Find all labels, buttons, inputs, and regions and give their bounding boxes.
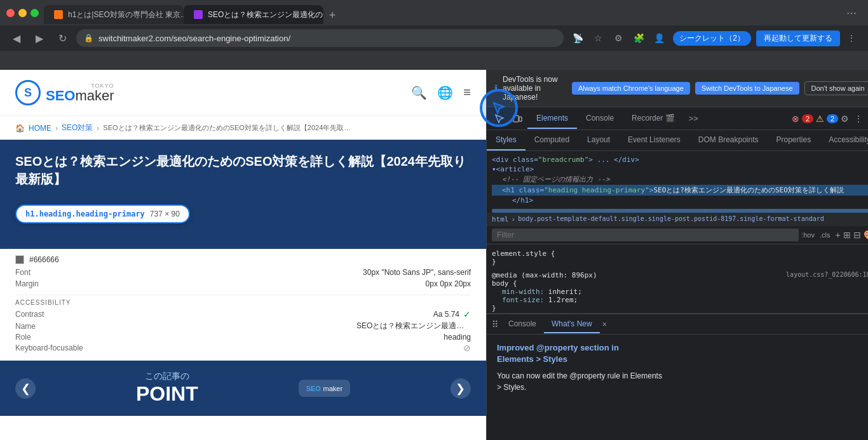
html-tree-line-1[interactable]: <div class="breadcrumb"> ... </div> [492, 155, 868, 164]
role-value: heading [444, 333, 471, 342]
breadcrumb-home[interactable]: 🏠 [15, 124, 25, 133]
html-tree-line-5[interactable]: </h1> [492, 196, 868, 205]
breadcrumb-home-label[interactable]: HOME [29, 124, 51, 133]
logo-seo: SEO [46, 89, 75, 103]
styles-filter-input[interactable] [492, 229, 799, 241]
element-tag-text: h1.heading.heading-primary [25, 210, 145, 218]
color-swatch [15, 255, 24, 264]
element-overlay-area: h1.heading.heading-primary 737 × 90 [0, 198, 486, 249]
warning-count: 2 [827, 114, 838, 123]
breadcrumb-seo[interactable]: SEO対策 [62, 123, 93, 133]
browser-chrome: h1とは|SEO対策の専門会社 東京... × SEOとは？検索エンジン最適化の… [0, 0, 868, 70]
sub-tab-event-listeners[interactable]: Event Listeners [619, 130, 689, 150]
point-content: この記事の POINT [136, 371, 198, 406]
contrast-pass-icon: ✓ [463, 309, 471, 319]
close-window-button[interactable] [6, 9, 15, 17]
new-style-rule-button[interactable]: ⊞ [843, 230, 851, 240]
tab-console[interactable]: Console [577, 109, 623, 129]
extensions-icon[interactable]: 🧩 [630, 29, 648, 47]
globe-icon[interactable]: 🌐 [437, 85, 453, 100]
traffic-lights [6, 9, 39, 17]
webpage-area: S TOKYO SEO maker 🔍 🌐 ≡ [0, 70, 486, 440]
reload-update-button[interactable]: 再起動して更新する [756, 30, 840, 46]
sub-tab-dom-breakpoints[interactable]: DOM Breakpoints [689, 130, 768, 150]
elements-sub-tabs: Styles Computed Layout Event Listeners D… [487, 130, 868, 151]
add-style-button[interactable]: + [835, 230, 840, 240]
url-text: switchitmaker2.com/seo/search-engine-opt… [98, 34, 290, 43]
sub-tab-computed[interactable]: Computed [526, 130, 578, 150]
sub-tab-accessibility[interactable]: Accessibility [820, 130, 868, 150]
whats-new-close-button[interactable]: × [600, 319, 609, 330]
drag-handle-icon[interactable]: ⠿ [492, 319, 498, 330]
hero-section: SEOとは？検索エンジン最適化のためのSEO対策を詳しく解説【2024年先取り最… [0, 140, 486, 198]
element-tag-box: h1.heading.heading-primary 737 × 90 [15, 204, 190, 223]
tab-recorder[interactable]: Recorder 🎬 [623, 109, 684, 129]
dom-breadcrumb-bar: html › body.post-template-default.single… [487, 213, 868, 226]
keyboard-row: Keyboard-focusable ⊘ [15, 342, 471, 354]
tab-elements[interactable]: Elements [527, 109, 577, 129]
logo-maker: maker [75, 89, 114, 103]
css-block-element-style: element.style { } [492, 250, 868, 266]
hov-button[interactable]: :hov [801, 231, 815, 239]
logo-circle: S [15, 80, 41, 105]
new-tab-button[interactable]: + [323, 6, 341, 24]
accessibility-header: ACCESSIBILITY [15, 295, 471, 306]
incognito-badge: シークレット（2） [673, 31, 751, 46]
more-options-icon[interactable]: ⋮ [843, 29, 860, 47]
improved-property-link[interactable]: Improved @property section inElements > … [497, 342, 868, 365]
html-tree-line-3[interactable]: <!-- 固定ページの情報出力 --> [492, 174, 868, 185]
devtools-settings-icon[interactable]: ⚙ [841, 114, 849, 124]
bottom-tab-whats-new[interactable]: What's New [544, 316, 600, 333]
forward-button[interactable]: ▶ [31, 29, 48, 47]
switch-devtools-button[interactable]: Switch DevTools to Japanese [695, 82, 799, 95]
tab-1[interactable]: h1とは|SEO対策の専門会社 東京... × [44, 5, 184, 24]
always-match-button[interactable]: Always match Chrome's language [572, 82, 690, 95]
menu-icon[interactable]: ≡ [463, 85, 471, 100]
cls-button[interactable]: .cls [820, 231, 831, 239]
star-icon[interactable]: ☆ [589, 29, 607, 47]
keyboard-focusable-icon: ⊘ [463, 343, 471, 353]
css-min-width: min-width: inherit; [492, 288, 582, 296]
bottom-tab-console[interactable]: Console [501, 316, 544, 333]
more-tabs-button[interactable]: >> [684, 109, 703, 128]
css-source-1: layout.css?_0220606:189 [786, 271, 868, 279]
accessibility-section: ACCESSIBILITY Contrast Aa 5.74 ✓ Name SE… [15, 295, 471, 354]
devtools-more-icon[interactable]: ⋮ [851, 114, 865, 124]
bc-body[interactable]: body.post-template-default.single.single… [518, 215, 824, 223]
css-brace-1: } [492, 258, 496, 266]
tab-2[interactable]: SEOとは？検索エンジン最適化の... × [184, 5, 323, 24]
profile-icon[interactable]: 👤 [650, 29, 668, 47]
maker-footer-text: maker [323, 385, 342, 392]
html-tree: <div class="breadcrumb"> ... </div> ▾<ar… [487, 151, 868, 209]
left-arrow[interactable]: ❮ [15, 378, 36, 399]
dont-show-button[interactable]: Don't show again [804, 81, 868, 95]
cast-icon[interactable]: 📡 [569, 29, 587, 47]
name-row: Name SEOとは？検索エンジン最適化のための... [15, 320, 471, 332]
sub-tab-properties[interactable]: Properties [768, 130, 820, 150]
svg-rect-1 [519, 117, 522, 121]
html-tree-line-2[interactable]: ▾<article> [492, 164, 868, 174]
name-value: SEOとは？検索エンジン最適化のための... [356, 321, 471, 331]
address-bar[interactable]: 🔒 switchitmaker2.com/seo/search-engine-o… [76, 29, 564, 47]
bottom-content: Improved @property section inElements > … [487, 335, 868, 440]
error-icon: ⊗ [792, 114, 799, 124]
sub-tab-layout[interactable]: Layout [578, 130, 619, 150]
maximize-window-button[interactable] [31, 9, 39, 17]
css-body-selector: body { [492, 279, 517, 288]
toggle-dark-colors-button[interactable]: 🎨 [864, 230, 868, 240]
back-button[interactable]: ◀ [8, 29, 25, 47]
inspect-computed-button[interactable]: ⊟ [853, 230, 861, 240]
refresh-button[interactable]: ↻ [53, 29, 71, 47]
warning-icon: ⚠ [816, 114, 824, 124]
css-font-size: font-size: 1.2rem; [492, 296, 578, 304]
nav-icons: 📡 ☆ ⚙ 🧩 👤 シークレット（2） 再起動して更新する ⋮ [569, 29, 860, 47]
sub-tab-styles[interactable]: Styles [487, 130, 526, 150]
minimize-window-button[interactable] [18, 9, 27, 17]
logo-letter: S [24, 86, 32, 100]
bc-html[interactable]: html [492, 215, 509, 223]
search-icon[interactable]: 🔍 [411, 85, 427, 100]
settings-icon[interactable]: ⚙ [609, 29, 627, 47]
tab-favicon-1 [54, 10, 63, 19]
right-arrow[interactable]: ❯ [451, 378, 471, 399]
html-tree-line-4[interactable]: <h1 class="heading heading-primary">SEOと… [492, 185, 868, 196]
